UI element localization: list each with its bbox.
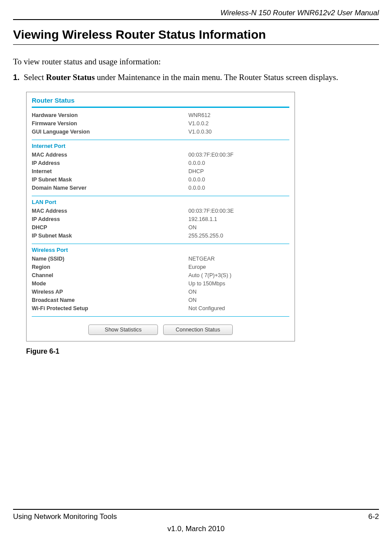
title-rule <box>13 44 379 45</box>
wireless-port-heading: Wireless Port <box>32 247 289 253</box>
figure-caption: Figure 6-1 <box>26 348 295 355</box>
divider <box>32 107 289 108</box>
divider <box>32 196 289 196</box>
row-value: DHCP <box>188 167 204 176</box>
status-row: Name (SSID)NETGEAR <box>32 255 289 263</box>
status-row: DHCPON <box>32 224 289 232</box>
row-value: 0.0.0.0 <box>188 184 205 192</box>
status-row: Broadcast NameON <box>32 296 289 304</box>
status-row: MAC Address00:03:7F:E0:00:3F <box>32 151 289 159</box>
divider <box>32 140 289 140</box>
row-label: Internet <box>32 167 188 176</box>
row-label: IP Subnet Mask <box>32 176 188 184</box>
footer-rule <box>13 509 379 510</box>
step-bold: Router Status <box>46 73 95 82</box>
row-value: Auto ( 7(P)+3(S) ) <box>188 271 231 280</box>
step-1: 1. Select Router Status under Maintenanc… <box>13 73 379 82</box>
row-label: Domain Name Server <box>32 184 188 192</box>
section-title: Viewing Wireless Router Status Informati… <box>13 28 379 42</box>
show-statistics-button[interactable]: Show Statistics <box>88 325 158 335</box>
row-label: Region <box>32 263 188 271</box>
step-prefix: Select <box>24 73 46 82</box>
row-label: MAC Address <box>32 207 188 215</box>
row-label: MAC Address <box>32 151 188 159</box>
footer-left: Using Network Monitoring Tools <box>13 512 117 521</box>
row-label: IP Subnet Mask <box>32 232 188 240</box>
status-row: Wi-Fi Protected SetupNot Configured <box>32 304 289 313</box>
row-label: GUI Language Version <box>32 128 188 136</box>
internet-port-heading: Internet Port <box>32 143 289 149</box>
step-number: 1. <box>13 73 20 82</box>
step-suffix: under Maintenance in the main menu. The … <box>95 73 338 82</box>
row-label: Broadcast Name <box>32 296 188 304</box>
row-value: 0.0.0.0 <box>188 159 205 167</box>
row-label: IP Address <box>32 159 188 167</box>
row-label: Wi-Fi Protected Setup <box>32 304 188 313</box>
status-row: ModeUp to 150Mbps <box>32 280 289 288</box>
row-value: Europe <box>188 263 206 271</box>
row-label: Name (SSID) <box>32 255 188 263</box>
status-row: IP Subnet Mask255.255.255.0 <box>32 232 289 240</box>
status-row: IP Subnet Mask0.0.0.0 <box>32 176 289 184</box>
status-row: RegionEurope <box>32 263 289 271</box>
header-rule <box>13 19 379 20</box>
status-row: IP Address0.0.0.0 <box>32 159 289 167</box>
row-value: Not Configured <box>188 304 225 313</box>
row-label: Channel <box>32 271 188 280</box>
footer-version: v1.0, March 2010 <box>13 525 379 533</box>
row-value: ON <box>188 296 197 304</box>
row-value: 00:03:7F:E0:00:3F <box>188 151 234 159</box>
row-value: Up to 150Mbps <box>188 280 225 288</box>
row-label: Wireless AP <box>32 288 188 296</box>
divider <box>32 316 289 317</box>
row-value: 00:03:7F:E0:00:3E <box>188 207 234 215</box>
router-status-panel: Router Status Hardware VersionWNR612 Fir… <box>26 92 295 341</box>
divider <box>32 244 289 244</box>
row-label: DHCP <box>32 224 188 232</box>
row-label: Mode <box>32 280 188 288</box>
panel-title: Router Status <box>32 97 289 104</box>
intro-text: To view router status and usage informat… <box>13 57 379 67</box>
row-value: NETGEAR <box>188 255 214 263</box>
footer-right-page: 6-2 <box>368 512 379 521</box>
status-row: Domain Name Server0.0.0.0 <box>32 184 289 192</box>
status-row: IP Address192.168.1.1 <box>32 215 289 224</box>
status-row: MAC Address00:03:7F:E0:00:3E <box>32 207 289 215</box>
status-row: Wireless APON <box>32 288 289 296</box>
status-row: ChannelAuto ( 7(P)+3(S) ) <box>32 271 289 280</box>
row-label: Hardware Version <box>32 111 188 120</box>
row-value: 0.0.0.0 <box>188 176 205 184</box>
connection-status-button[interactable]: Connection Status <box>163 325 233 335</box>
status-row: Hardware VersionWNR612 <box>32 111 289 120</box>
lan-port-heading: LAN Port <box>32 199 289 205</box>
row-value: ON <box>188 224 197 232</box>
row-value: WNR612 <box>188 111 211 120</box>
row-label: IP Address <box>32 215 188 224</box>
status-row: GUI Language VersionV1.0.0.30 <box>32 128 289 136</box>
manual-title-header: Wireless-N 150 Router WNR612v2 User Manu… <box>13 9 379 17</box>
status-row: InternetDHCP <box>32 167 289 176</box>
row-value: 255.255.255.0 <box>188 232 223 240</box>
row-label: Firmware Version <box>32 120 188 128</box>
row-value: 192.168.1.1 <box>188 215 217 224</box>
row-value: ON <box>188 288 197 296</box>
button-row: Show Statistics Connection Status <box>32 319 289 335</box>
row-value: V1.0.0.30 <box>188 128 212 136</box>
status-row: Firmware VersionV1.0.0.2 <box>32 120 289 128</box>
row-value: V1.0.0.2 <box>188 120 209 128</box>
